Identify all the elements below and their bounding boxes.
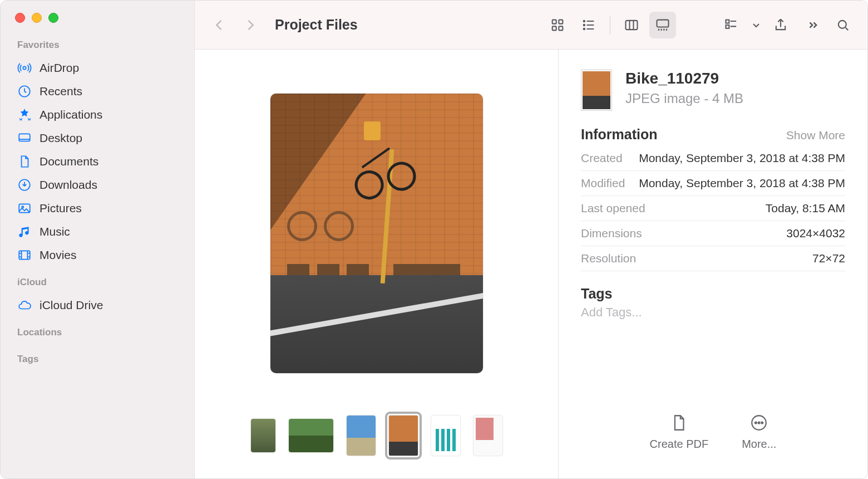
- sidebar-section-label: Tags: [1, 354, 194, 365]
- movies-icon: [17, 248, 32, 262]
- file-thumbnail: [581, 70, 612, 111]
- window-title: Project Files: [275, 17, 358, 33]
- sidebar-item-airdrop[interactable]: AirDrop: [1, 56, 194, 80]
- view-gallery-button[interactable]: [649, 12, 676, 38]
- file-subtitle: JPEG image - 4 MB: [625, 91, 743, 106]
- sidebar-item-label: Desktop: [40, 131, 82, 145]
- minimize-window-button[interactable]: [32, 13, 42, 23]
- download-icon: [17, 178, 32, 192]
- back-button[interactable]: [206, 12, 233, 38]
- chevron-down-icon[interactable]: [749, 12, 763, 38]
- info-key: Dimensions: [581, 227, 642, 240]
- svg-rect-15: [657, 19, 669, 27]
- info-key: Resolution: [581, 252, 636, 265]
- svg-point-12: [584, 24, 585, 25]
- view-columns-button[interactable]: [618, 12, 645, 38]
- info-value: Monday, September 3, 2018 at 4:38 PM: [639, 177, 845, 190]
- create-pdf-button[interactable]: Create PDF: [650, 413, 709, 451]
- info-value: Today, 8:15 AM: [766, 202, 845, 215]
- file-header: Bike_110279 JPEG image - 4 MB: [581, 70, 845, 111]
- sidebar-item-label: iCloud Drive: [40, 299, 103, 312]
- svg-point-0: [23, 66, 26, 69]
- thumbnail-item-selected[interactable]: [389, 416, 418, 456]
- sidebar-section-tags: Tags: [1, 354, 194, 370]
- show-more-button[interactable]: Show More: [786, 129, 845, 142]
- sidebar-section-locations: Locations: [1, 327, 194, 344]
- sidebar-item-label: Downloads: [40, 178, 97, 192]
- svg-point-21: [758, 422, 760, 424]
- sidebar-item-downloads[interactable]: Downloads: [1, 173, 194, 197]
- thumbnail-item[interactable]: [474, 416, 502, 456]
- desktop-icon: [17, 131, 32, 145]
- sidebar-item-movies[interactable]: Movies: [1, 243, 194, 267]
- info-key: Created: [581, 151, 623, 165]
- tags-input[interactable]: Add Tags...: [581, 305, 845, 320]
- svg-rect-9: [553, 26, 556, 30]
- sidebar-section-label: Favorites: [1, 40, 194, 51]
- view-icons-button[interactable]: [544, 12, 571, 38]
- sidebar: Favorites AirDrop Recents Applications D…: [1, 1, 194, 478]
- info-row-dimensions: Dimensions 3024×4032: [581, 221, 845, 246]
- sidebar-item-pictures[interactable]: Pictures: [1, 197, 194, 220]
- sidebar-item-icloud-drive[interactable]: iCloud Drive: [1, 294, 194, 317]
- more-actions-button[interactable]: More...: [742, 413, 776, 451]
- applications-icon: [17, 107, 32, 122]
- zoom-window-button[interactable]: [48, 13, 58, 23]
- svg-point-11: [584, 20, 585, 21]
- info-row-resolution: Resolution 72×72: [581, 246, 845, 271]
- sidebar-section-label: Locations: [1, 327, 194, 338]
- airdrop-icon: [17, 61, 32, 75]
- svg-rect-8: [559, 19, 563, 23]
- search-button[interactable]: [830, 12, 856, 38]
- svg-rect-14: [626, 20, 638, 29]
- svg-rect-7: [553, 19, 556, 23]
- info-value: Monday, September 3, 2018 at 4:38 PM: [639, 151, 845, 165]
- sidebar-item-desktop[interactable]: Desktop: [1, 126, 194, 150]
- sidebar-section-label: iCloud: [1, 277, 194, 288]
- svg-rect-6: [19, 251, 30, 259]
- thumbnail-item[interactable]: [251, 419, 275, 452]
- sidebar-item-applications[interactable]: Applications: [1, 103, 194, 126]
- toolbar-separator: [610, 16, 610, 35]
- svg-point-20: [755, 422, 757, 424]
- info-key: Modified: [581, 177, 625, 190]
- document-icon: [669, 413, 688, 432]
- quick-action-label: More...: [742, 438, 776, 451]
- svg-rect-16: [726, 19, 729, 23]
- svg-point-13: [584, 28, 585, 29]
- more-toolbar-button[interactable]: [798, 12, 825, 38]
- svg-rect-10: [559, 26, 563, 30]
- sidebar-item-label: Movies: [40, 248, 77, 262]
- window-controls: [1, 13, 194, 23]
- sidebar-item-label: Documents: [40, 155, 98, 168]
- preview-image[interactable]: [270, 94, 483, 373]
- document-icon: [17, 154, 32, 169]
- gallery-preview: [195, 50, 559, 478]
- svg-point-22: [762, 422, 763, 424]
- svg-rect-17: [726, 25, 729, 28]
- share-button[interactable]: [767, 12, 794, 38]
- sidebar-item-label: AirDrop: [40, 61, 79, 75]
- close-window-button[interactable]: [15, 13, 25, 23]
- thumbnail-strip: [195, 406, 558, 478]
- thumbnail-item[interactable]: [347, 416, 376, 456]
- sidebar-section-icloud: iCloud iCloud Drive: [1, 277, 194, 317]
- sidebar-item-recents[interactable]: Recents: [1, 80, 194, 103]
- music-icon: [17, 224, 32, 239]
- file-name: Bike_110279: [625, 70, 743, 87]
- sidebar-item-documents[interactable]: Documents: [1, 150, 194, 173]
- sidebar-item-label: Music: [40, 225, 70, 238]
- thumbnail-item[interactable]: [431, 416, 460, 456]
- thumbnail-item[interactable]: [289, 419, 333, 452]
- info-panel: Bike_110279 JPEG image - 4 MB Informatio…: [559, 50, 867, 478]
- quick-action-label: Create PDF: [650, 438, 709, 451]
- svg-rect-2: [19, 134, 30, 141]
- sidebar-item-label: Pictures: [40, 202, 82, 215]
- svg-point-18: [839, 20, 846, 28]
- sidebar-item-music[interactable]: Music: [1, 220, 194, 243]
- sidebar-section-favorites: Favorites AirDrop Recents Applications D…: [1, 40, 194, 267]
- view-list-button[interactable]: [575, 12, 602, 38]
- info-row-modified: Modified Monday, September 3, 2018 at 4:…: [581, 171, 845, 196]
- forward-button[interactable]: [237, 12, 264, 38]
- group-by-button[interactable]: [718, 12, 745, 38]
